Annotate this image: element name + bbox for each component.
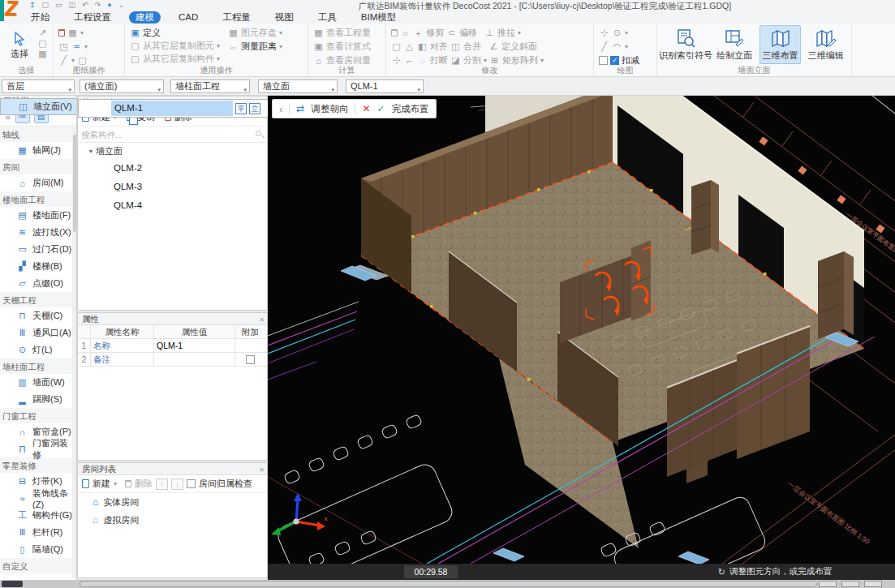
sidebar-item-wall-elevation[interactable]: ◫墙立面(V) <box>0 98 77 115</box>
mirror-icon[interactable]: △ <box>404 41 415 52</box>
tree-group-wall-elevation[interactable]: ▾墙立面 <box>78 143 267 159</box>
pick-icon[interactable]: ↗ <box>37 28 48 38</box>
open-file-icon[interactable]: ▭ <box>55 1 62 9</box>
publish-icon[interactable]: ↥ <box>29 1 36 9</box>
save-element-button[interactable]: ▦图元存盘▾ <box>228 26 282 40</box>
sidebar-item-accent[interactable]: ▱点缀(O) <box>0 275 76 292</box>
new-file-icon[interactable]: ▢ <box>42 1 49 9</box>
tab-bim-model[interactable]: BIM模型 <box>355 11 402 24</box>
tab-tools[interactable]: 工具 <box>312 11 343 24</box>
sidebar-item-wall-face[interactable]: ▥墙面(W) <box>0 374 76 391</box>
sidebar-item-opening-finish[interactable]: Π门窗洞装修 <box>0 440 76 457</box>
remark-extra-checkbox[interactable] <box>246 355 255 364</box>
customize-toolbar-icon[interactable]: ⌄ <box>118 1 125 9</box>
work-category-select[interactable]: 墙柱面工程▾ <box>170 79 250 93</box>
tree-item-qlm1[interactable]: QLM-1 平 立 <box>78 99 273 118</box>
sidebar-item-ceiling[interactable]: ⊓天棚(C) <box>0 307 76 324</box>
sidebar-scrollbar[interactable] <box>72 128 76 578</box>
close-icon[interactable]: ✕ <box>259 464 265 476</box>
taskbar-button-3[interactable] <box>819 581 837 587</box>
deduct-checkbox[interactable] <box>610 56 619 65</box>
new-room-button[interactable]: 新建 <box>93 478 110 490</box>
move-up-button[interactable]: ↑ <box>156 479 168 490</box>
sidebar-item-floor[interactable]: ▤楼地面(F) <box>0 207 76 224</box>
room-item-solid[interactable]: ⌂实体房间 <box>78 493 267 511</box>
scrollbar-thumb[interactable] <box>73 135 76 232</box>
grid-manage-icon[interactable]: ▦ <box>67 28 78 38</box>
taskbar-left-button[interactable] <box>2 581 23 587</box>
define-slope-button[interactable]: 定义斜面 <box>501 41 537 53</box>
search-input[interactable] <box>80 127 265 141</box>
room-check-checkbox[interactable] <box>187 479 196 488</box>
merge-button[interactable]: 合并 <box>463 41 481 53</box>
tree-item-qlm4[interactable]: QLM-4 <box>78 196 267 215</box>
line-icon[interactable]: ╱ <box>599 41 609 52</box>
sync-icon[interactable]: ● <box>107 1 111 9</box>
sidebar-item-lamp[interactable]: ⊙灯(L) <box>0 341 76 358</box>
property-value-remark[interactable] <box>154 353 235 366</box>
redo-icon[interactable]: ↷ <box>95 1 101 9</box>
floor-select[interactable]: 首层▾ <box>2 79 75 93</box>
identify-index-symbol-button[interactable]: 识别索引符号 <box>662 25 709 64</box>
measure-drawing-icon[interactable]: ≂ <box>71 41 82 52</box>
tab-view[interactable]: 视图 <box>269 11 300 24</box>
draw-option-checkbox[interactable] <box>599 56 608 65</box>
elevation-view-badge[interactable]: 立 <box>249 103 260 114</box>
trim-button[interactable]: 修剪 <box>426 27 444 39</box>
sidebar-item-partition[interactable]: ▯隔墙(Q) <box>0 541 76 558</box>
finish-placement-button[interactable]: 完成布置 <box>392 103 429 115</box>
adjust-orientation-button[interactable]: 调整朝向 <box>311 103 348 115</box>
tab-project-settings[interactable]: 工程设置 <box>67 11 118 24</box>
component-type-select[interactable]: 墙立面▾ <box>258 79 338 93</box>
sidebar-item-border-line[interactable]: ≋波打线(X) <box>0 224 76 241</box>
sidebar-item-stairs[interactable]: ▞楼梯(B) <box>0 258 76 275</box>
tab-modeling[interactable]: 建模 <box>129 11 161 24</box>
drawing-canvas[interactable]: 一层会议室平面布置图 一层会议室平面布置图 比例 1:50 <box>268 96 895 564</box>
back-icon[interactable]: ‹ <box>279 103 282 115</box>
circle-icon[interactable]: ⊙ <box>612 28 622 38</box>
taskbar-bar[interactable] <box>80 581 817 587</box>
sidebar-item-deco-line[interactable]: ≈装饰线条(Z) <box>0 490 76 507</box>
lasso-select-icon[interactable]: ▢ <box>37 38 48 49</box>
tree-item-qlm2[interactable]: QLM-2 <box>78 159 267 178</box>
delete-icon[interactable] <box>391 29 398 36</box>
tree-item-qlm3[interactable]: QLM-3 <box>78 178 267 196</box>
sidebar-item-axis-grid[interactable]: ▦轴网(J) <box>0 142 76 159</box>
locate-drawing-icon[interactable]: ◳ <box>58 41 69 52</box>
measure-distance-button[interactable]: ⇔测量距离▾ <box>228 40 282 54</box>
sidebar-item-steel[interactable]: 工钢构件(G) <box>0 507 76 524</box>
define-button[interactable]: ▣定义 <box>130 26 220 39</box>
draw-elevation-button[interactable]: 绘制立面 <box>714 25 755 64</box>
undo-icon[interactable]: ↶ <box>82 1 88 9</box>
three-d-edit-button[interactable]: 三维编辑 <box>806 25 846 64</box>
arc-icon[interactable]: ◠ <box>612 41 622 52</box>
copy-from-layer-component-button[interactable]: ▢从其它层复制构件▾ <box>130 53 220 66</box>
save-icon[interactable]: ◫ <box>69 1 76 9</box>
copy-from-layer-element-button[interactable]: ▢从其它层复制图元▾ <box>130 39 220 52</box>
delete-drawing-icon[interactable] <box>58 29 65 36</box>
offset-button[interactable]: 偏移 <box>459 27 477 39</box>
align-button[interactable]: 对齐 <box>430 41 448 53</box>
plan-view-badge[interactable]: 平 <box>235 103 247 114</box>
sidebar-item-door-stone[interactable]: ▭过门石(D) <box>0 241 76 258</box>
push-pull-button[interactable]: 推拉 <box>497 27 515 39</box>
room-item-virtual[interactable]: ⌂虚拟房间 <box>78 511 267 529</box>
taskbar-button-1[interactable] <box>864 581 882 587</box>
sidebar-item-vent[interactable]: Ⅲ通风口(A) <box>0 324 76 341</box>
close-icon[interactable]: ✕ <box>259 314 265 326</box>
delete-room-button[interactable]: 删除 <box>135 478 153 490</box>
batch-select-icon[interactable]: ▦ <box>37 49 48 59</box>
extend-icon[interactable]: ⌐ <box>404 56 415 66</box>
element-type-select[interactable]: (墙立面)▾ <box>80 79 164 93</box>
component-select[interactable]: QLM-1▾ <box>346 79 424 93</box>
view-formula-button[interactable]: ▣查看计算式 <box>313 40 381 54</box>
three-d-layout-button[interactable]: 三维布置 <box>759 25 800 64</box>
point-icon[interactable]: ⊹ <box>599 28 609 38</box>
property-value-name[interactable]: QLM-1 <box>154 339 235 352</box>
view-quantities-button[interactable]: ▦查看工程量 <box>313 26 381 40</box>
tab-start[interactable]: 开始 <box>24 11 56 24</box>
sidebar-item-room[interactable]: ⌂房间(M) <box>0 174 76 191</box>
taskbar-button-2[interactable] <box>841 581 859 587</box>
rotate-icon[interactable]: ○ <box>400 28 411 38</box>
move-down-button[interactable]: ↓ <box>171 479 183 490</box>
